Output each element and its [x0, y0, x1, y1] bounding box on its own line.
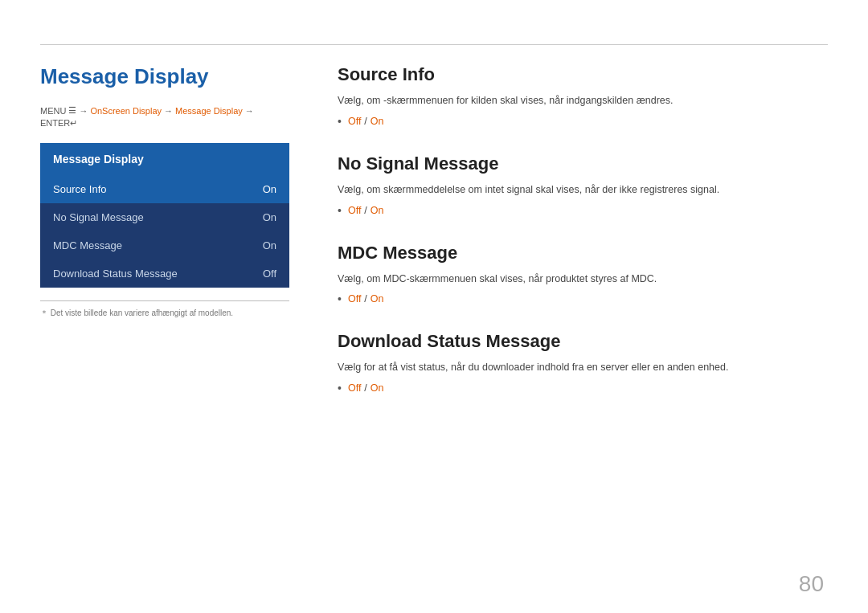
breadcrumb-arrow-1: →	[79, 106, 88, 116]
download-sep: /	[364, 382, 366, 394]
source-info-off[interactable]: Off	[348, 116, 361, 127]
breadcrumb-arrow-2: →	[164, 106, 173, 116]
menu-item-download-label: Download Status Message	[53, 268, 178, 280]
section-mdc: MDC Message Vælg, om MDC-skærmmenuen ska…	[338, 243, 828, 306]
menu-item-no-signal-value: On	[263, 211, 276, 223]
section-mdc-desc: Vælg, om MDC-skærmmenuen skal vises, når…	[338, 272, 828, 287]
section-source-info-title: Source Info	[338, 64, 828, 85]
section-mdc-title: MDC Message	[338, 243, 828, 264]
section-source-info-options: • Off / On	[338, 115, 828, 128]
left-panel: Message Display MENU ☰ → OnScreen Displa…	[40, 56, 289, 581]
bullet-4: •	[338, 382, 342, 394]
breadcrumb-onscreen[interactable]: OnScreen Display	[90, 106, 162, 116]
section-mdc-options: • Off / On	[338, 292, 828, 305]
footnote-text: ＊ Det viste billede kan variere afhængig…	[40, 309, 233, 317]
page-number: 80	[799, 571, 824, 597]
bullet-1: •	[338, 115, 342, 128]
no-signal-off[interactable]: Off	[348, 205, 361, 216]
section-no-signal-options: • Off / On	[338, 204, 828, 217]
menu-box: Message Display Source Info On No Signal…	[40, 143, 289, 288]
menu-item-download-value: Off	[263, 268, 276, 280]
section-no-signal: No Signal Message Vælg, om skærmmeddelel…	[338, 153, 828, 217]
breadcrumb-menu: MENU	[40, 106, 66, 116]
bullet-2: •	[338, 204, 342, 217]
menu-item-source-info-value: On	[263, 183, 276, 195]
menu-header: Message Display	[40, 143, 289, 175]
download-on[interactable]: On	[371, 382, 384, 394]
top-border	[40, 44, 828, 45]
breadcrumb-message-display[interactable]: Message Display	[175, 106, 243, 116]
source-info-on[interactable]: On	[371, 116, 384, 127]
breadcrumb: MENU ☰ → OnScreen Display → Message Disp…	[40, 105, 289, 129]
bullet-3: •	[338, 292, 342, 305]
mdc-sep: /	[364, 293, 366, 304]
menu-item-no-signal[interactable]: No Signal Message On	[40, 203, 289, 231]
mdc-off[interactable]: Off	[348, 293, 361, 304]
right-panel: Source Info Vælg, om -skærmmenuen for ki…	[338, 56, 828, 581]
source-info-sep: /	[364, 116, 366, 127]
section-download-desc: Vælg for at få vist status, når du downl…	[338, 360, 828, 375]
menu-item-no-signal-label: No Signal Message	[53, 211, 144, 223]
menu-item-source-info-label: Source Info	[53, 183, 107, 195]
section-source-info-desc: Vælg, om -skærmmenuen for kilden skal vi…	[338, 93, 828, 108]
mdc-on[interactable]: On	[371, 293, 384, 304]
breadcrumb-arrow-3: →	[245, 106, 254, 116]
menu-item-source-info[interactable]: Source Info On	[40, 175, 289, 203]
footnote: ＊ Det viste billede kan variere afhængig…	[40, 300, 289, 319]
section-source-info: Source Info Vælg, om -skærmmenuen for ki…	[338, 64, 828, 128]
download-off[interactable]: Off	[348, 382, 361, 394]
section-no-signal-desc: Vælg, om skærmmeddelelse om intet signal…	[338, 182, 828, 198]
menu-item-download-status[interactable]: Download Status Message Off	[40, 260, 289, 288]
content-area: Message Display MENU ☰ → OnScreen Displa…	[40, 56, 828, 581]
section-no-signal-title: No Signal Message	[338, 153, 828, 174]
menu-item-mdc-label: MDC Message	[53, 239, 122, 251]
menu-item-mdc[interactable]: MDC Message On	[40, 231, 289, 260]
section-download-options: • Off / On	[338, 382, 828, 394]
section-download-status: Download Status Message Vælg for at få v…	[338, 331, 828, 394]
no-signal-sep: /	[364, 205, 366, 216]
section-download-title: Download Status Message	[338, 331, 828, 352]
breadcrumb-enter: ENTER↵	[40, 118, 77, 129]
no-signal-on[interactable]: On	[371, 205, 384, 216]
breadcrumb-menu-icon: ☰	[68, 105, 76, 116]
page-title: Message Display	[40, 64, 289, 89]
menu-item-mdc-value: On	[263, 239, 276, 251]
